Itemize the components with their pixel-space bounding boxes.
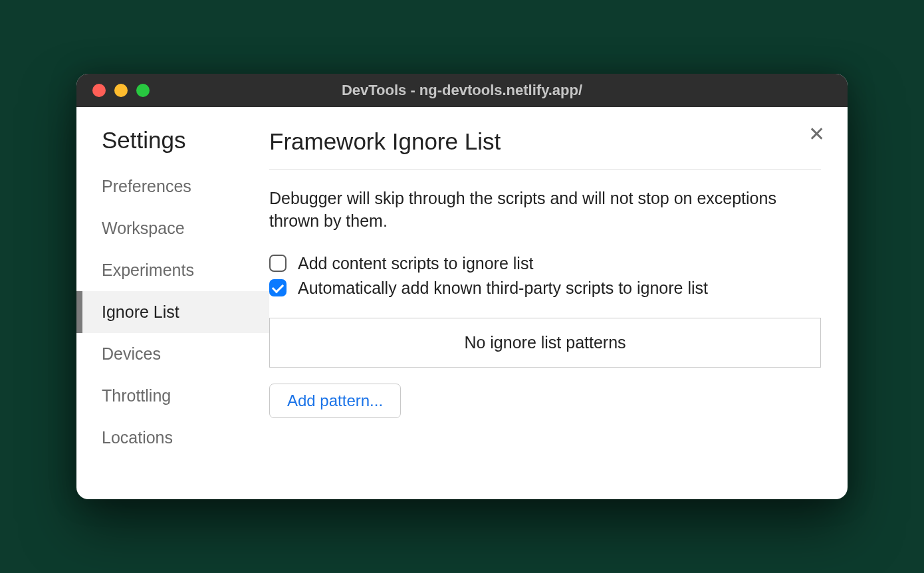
devtools-settings-window: DevTools - ng-devtools.netlify.app/ ✕ Se… — [76, 74, 848, 499]
sidebar-item-ignore-list[interactable]: Ignore List — [76, 291, 269, 333]
sidebar-item-throttling[interactable]: Throttling — [76, 375, 269, 417]
sidebar-item-preferences[interactable]: Preferences — [76, 166, 269, 207]
patterns-empty-box: No ignore list patterns — [269, 318, 821, 368]
option-third-party-scripts[interactable]: Automatically add known third-party scri… — [269, 279, 821, 298]
page-description: Debugger will skip through the scripts a… — [269, 187, 821, 233]
settings-main: Framework Ignore List Debugger will skip… — [269, 107, 848, 499]
option-label: Automatically add known third-party scri… — [298, 279, 708, 298]
close-icon[interactable]: ✕ — [808, 124, 825, 144]
sidebar-item-label: Ignore List — [102, 302, 179, 321]
window-title: DevTools - ng-devtools.netlify.app/ — [76, 82, 848, 99]
patterns-empty-text: No ignore list patterns — [464, 333, 626, 352]
titlebar: DevTools - ng-devtools.netlify.app/ — [76, 74, 848, 107]
checkbox-checked-icon[interactable] — [269, 279, 287, 296]
sidebar-item-label: Locations — [102, 428, 173, 447]
checkbox-unchecked-icon[interactable] — [269, 255, 287, 272]
sidebar-item-label: Throttling — [102, 386, 171, 405]
minimize-window-button[interactable] — [114, 84, 128, 97]
sidebar-item-label: Experiments — [102, 261, 194, 279]
sidebar-item-experiments[interactable]: Experiments — [76, 249, 269, 291]
sidebar-item-label: Preferences — [102, 177, 191, 195]
close-window-button[interactable] — [92, 84, 106, 97]
sidebar-item-locations[interactable]: Locations — [76, 417, 269, 459]
option-content-scripts[interactable]: Add content scripts to ignore list — [269, 254, 821, 273]
sidebar-title: Settings — [76, 127, 269, 166]
option-label: Add content scripts to ignore list — [298, 254, 533, 273]
settings-sidebar: Settings Preferences Workspace Experimen… — [76, 107, 269, 499]
options-group: Add content scripts to ignore list Autom… — [269, 254, 821, 298]
sidebar-item-workspace[interactable]: Workspace — [76, 207, 269, 249]
sidebar-item-devices[interactable]: Devices — [76, 333, 269, 375]
maximize-window-button[interactable] — [136, 84, 150, 97]
sidebar-item-label: Workspace — [102, 219, 185, 237]
settings-body: ✕ Settings Preferences Workspace Experim… — [76, 107, 848, 499]
page-title: Framework Ignore List — [269, 128, 821, 170]
traffic-lights — [76, 84, 150, 97]
add-pattern-button[interactable]: Add pattern... — [269, 384, 401, 418]
sidebar-item-label: Devices — [102, 344, 161, 363]
add-pattern-label: Add pattern... — [287, 392, 383, 409]
